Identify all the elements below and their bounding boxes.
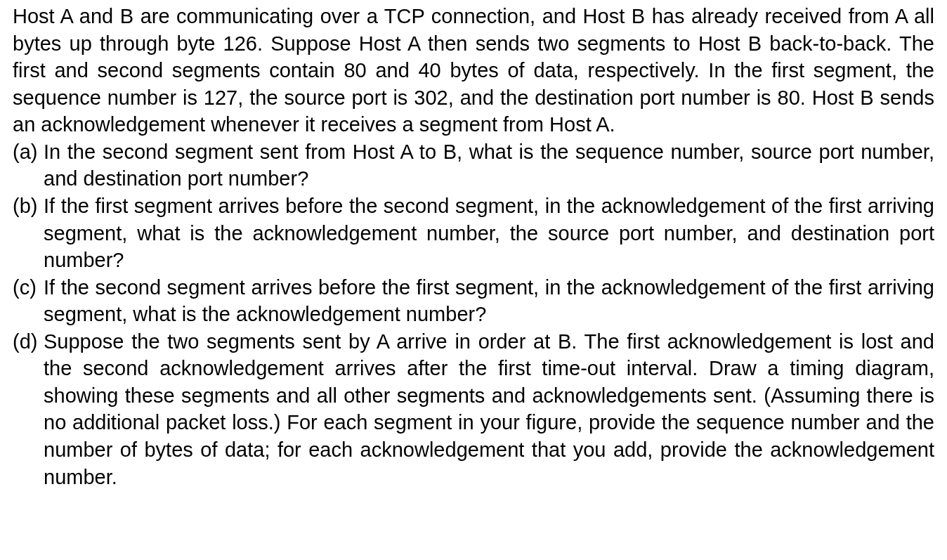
question-text: If the second segment arrives before the… [44,274,934,328]
problem-intro: Host A and B are communicating over a TC… [13,3,934,138]
question-text: Suppose the two segments sent by A arriv… [44,328,934,490]
question-marker: (d) [13,328,44,490]
question-marker: (a) [13,138,44,193]
question-marker: (b) [13,193,44,274]
question-text: In the second segment sent from Host A t… [44,138,934,193]
question-item-b: (b) If the first segment arrives before … [13,193,934,274]
question-item-d: (d) Suppose the two segments sent by A a… [13,328,934,490]
question-item-a: (a) In the second segment sent from Host… [13,138,934,193]
question-list: (a) In the second segment sent from Host… [13,138,934,490]
question-marker: (c) [13,274,44,328]
question-item-c: (c) If the second segment arrives before… [13,274,934,328]
question-text: If the first segment arrives before the … [44,193,934,274]
